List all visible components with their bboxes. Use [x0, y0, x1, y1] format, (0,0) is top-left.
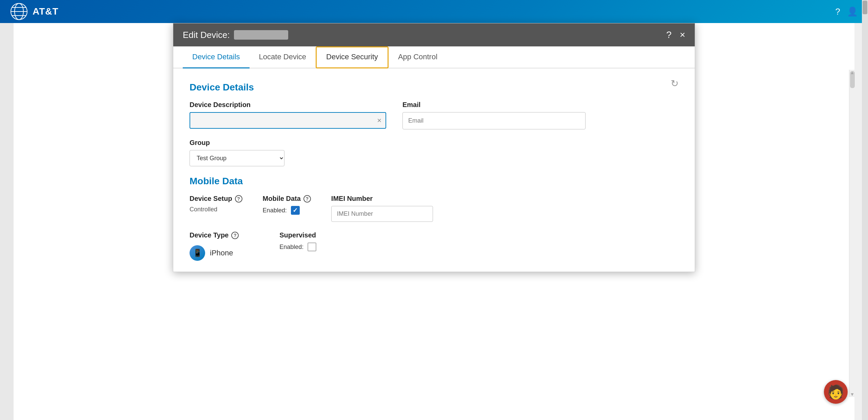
supervised-enabled-row: Enabled:: [279, 243, 316, 251]
dialog-title: Edit Device:: [183, 30, 288, 40]
browser-scrollbar-thumb[interactable]: [863, 1, 867, 14]
dialog-close-icon[interactable]: ×: [680, 29, 685, 40]
mobile-data-group: Mobile Data ? Enabled:: [263, 195, 311, 215]
dialog-titlebar: Edit Device: ? ×: [173, 23, 695, 46]
mobile-data-enabled-row: Enabled:: [263, 206, 311, 215]
dialog-content: ↻ Device Details Device Description × Em…: [173, 68, 695, 272]
browser-scrollbar[interactable]: [862, 0, 868, 420]
email-input[interactable]: [402, 112, 586, 129]
iphone-icon-symbol: 📱: [193, 249, 202, 257]
device-setup-help-icon: ?: [235, 195, 242, 203]
edit-device-dialog: Edit Device: ? × Device Details Locate D…: [173, 23, 695, 272]
tab-app-control[interactable]: App Control: [389, 46, 447, 68]
tab-locate-device[interactable]: Locate Device: [250, 46, 316, 68]
mobile-data-row: Device Setup ? Controlled Mobile Data ? …: [190, 195, 678, 222]
dialog-scrollbar[interactable]: ▲ ▼: [849, 70, 855, 397]
email-group: Email: [402, 101, 586, 129]
iphone-icon: 📱: [190, 245, 205, 261]
device-setup-label: Device Setup ?: [190, 195, 242, 203]
group-group: Group Test Group Group 1 Group 2: [190, 139, 284, 166]
dialog-title-label: Edit Device:: [183, 30, 230, 40]
mobile-data-help-icon: ?: [303, 195, 311, 203]
scrollbar-down-arrow[interactable]: ▼: [849, 392, 855, 397]
supervised-checkbox[interactable]: [308, 243, 316, 251]
imei-label: IMEI Number: [331, 195, 433, 203]
device-type-group: Device Type ? 📱 iPhone: [190, 231, 239, 261]
device-type-help-icon: ?: [231, 232, 239, 239]
group-label: Group: [190, 139, 284, 147]
device-description-label: Device Description: [190, 101, 386, 109]
tab-device-details[interactable]: Device Details: [183, 46, 250, 68]
mobile-data-label: Mobile Data ?: [263, 195, 311, 203]
dialog-overlay: Edit Device: ? × Device Details Locate D…: [0, 0, 868, 420]
device-type-label: Device Type ?: [190, 231, 239, 239]
supervised-label: Supervised: [279, 231, 316, 239]
tab-device-security[interactable]: Device Security: [316, 46, 389, 68]
group-select[interactable]: Test Group Group 1 Group 2: [190, 150, 284, 166]
dialog-title-device-name: [234, 30, 288, 40]
device-description-input[interactable]: [190, 112, 386, 129]
imei-input[interactable]: [331, 206, 433, 222]
mobile-data-section: Mobile Data Device Setup ? Controlled Mo…: [190, 176, 678, 261]
supervised-group: Supervised Enabled:: [279, 231, 316, 251]
device-setup-group: Device Setup ? Controlled: [190, 195, 242, 213]
dialog-help-icon[interactable]: ?: [666, 29, 672, 40]
tabs-bar: Device Details Locate Device Device Secu…: [173, 46, 695, 68]
mobile-data-enabled-label: Enabled:: [263, 207, 287, 214]
device-description-clear-button[interactable]: ×: [377, 116, 381, 125]
device-description-email-row: Device Description × Email: [190, 101, 678, 129]
group-row: Group Test Group Group 1 Group 2: [190, 139, 678, 166]
scrollbar-up-arrow[interactable]: ▲: [849, 70, 855, 75]
device-setup-value: Controlled: [190, 206, 242, 213]
avatar-icon: 🧑: [827, 384, 844, 400]
refresh-button[interactable]: ↻: [671, 78, 678, 89]
imei-group: IMEI Number: [331, 195, 433, 222]
device-type-value: iPhone: [210, 249, 233, 257]
device-details-section-title: Device Details: [190, 82, 678, 93]
mobile-data-section-title: Mobile Data: [190, 176, 678, 187]
device-description-group: Device Description ×: [190, 101, 386, 129]
device-type-supervised-row: Device Type ? 📱 iPhone Supervised: [190, 231, 678, 261]
device-description-input-wrapper: ×: [190, 112, 386, 129]
avatar-button[interactable]: 🧑: [824, 380, 848, 404]
mobile-data-checkbox[interactable]: [291, 206, 300, 215]
email-label: Email: [402, 101, 586, 109]
supervised-enabled-label: Enabled:: [279, 244, 303, 251]
dialog-titlebar-icons: ? ×: [666, 29, 685, 40]
device-icon-row: 📱 iPhone: [190, 245, 239, 261]
